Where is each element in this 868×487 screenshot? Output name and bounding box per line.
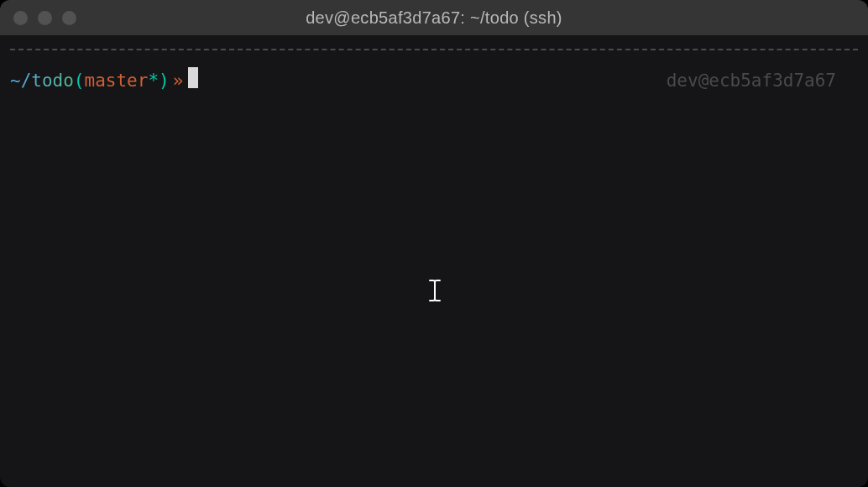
window-title: dev@ecb5af3d7a67: ~/todo (ssh) <box>306 8 562 28</box>
separator-line <box>10 49 858 50</box>
mouse-text-cursor-icon <box>428 279 442 302</box>
minimize-button[interactable] <box>38 11 52 25</box>
terminal-body[interactable]: ~/todo(master*) » dev@ecb5af3d7a67 <box>0 35 868 487</box>
close-button[interactable] <box>13 11 28 25</box>
right-status-user-host: dev@ecb5af3d7a67 <box>667 69 858 93</box>
git-dirty-marker: * <box>148 69 159 93</box>
prompt-symbol: » <box>173 69 184 93</box>
titlebar[interactable]: dev@ecb5af3d7a67: ~/todo (ssh) <box>0 0 868 35</box>
terminal-window: dev@ecb5af3d7a67: ~/todo (ssh) ~/todo(ma… <box>0 0 868 487</box>
maximize-button[interactable] <box>62 11 76 25</box>
terminal-cursor <box>188 67 198 88</box>
git-branch: master <box>85 69 149 93</box>
traffic-lights <box>13 11 76 25</box>
paren-open: ( <box>74 69 85 93</box>
paren-close: ) <box>159 69 170 93</box>
prompt-line: ~/todo(master*) » dev@ecb5af3d7a67 <box>10 65 858 93</box>
prompt-left: ~/todo(master*) » <box>10 65 198 93</box>
prompt-path: ~/todo <box>10 69 74 93</box>
